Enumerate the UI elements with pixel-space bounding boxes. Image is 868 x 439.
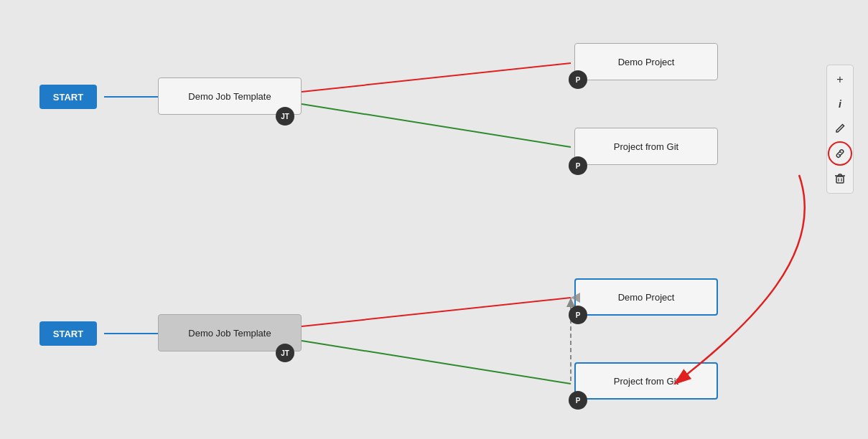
delete-button[interactable] [829, 167, 851, 190]
link-icon [834, 148, 846, 159]
edit-icon [834, 123, 846, 134]
trash-icon [834, 173, 846, 184]
svg-rect-10 [836, 176, 844, 183]
start-node-top: START [39, 85, 97, 109]
project-node-top-2[interactable]: Project from Git [574, 128, 718, 165]
svg-line-1 [302, 63, 571, 92]
project-node-bottom-2[interactable]: Project from Git [574, 362, 718, 400]
svg-line-5 [302, 341, 571, 384]
p-badge-top-2: P [569, 156, 587, 175]
p-badge-bottom-2: P [569, 391, 587, 410]
p-badge-top-1: P [569, 70, 587, 89]
p-badge-bottom-1: P [569, 306, 587, 324]
edit-button[interactable] [829, 117, 851, 140]
start-node-bottom: START [39, 321, 97, 346]
project-node-top-1[interactable]: Demo Project [574, 43, 718, 80]
info-button[interactable]: i [829, 93, 851, 115]
node-toolbar: + i [826, 65, 854, 194]
add-button[interactable]: + [829, 68, 851, 91]
jt-badge-bottom: JT [276, 344, 294, 362]
svg-line-2 [302, 104, 571, 147]
project-node-bottom-1[interactable]: Demo Project [574, 278, 718, 316]
svg-line-4 [302, 298, 571, 326]
jt-badge-top: JT [276, 107, 294, 126]
link-button[interactable] [828, 141, 852, 166]
